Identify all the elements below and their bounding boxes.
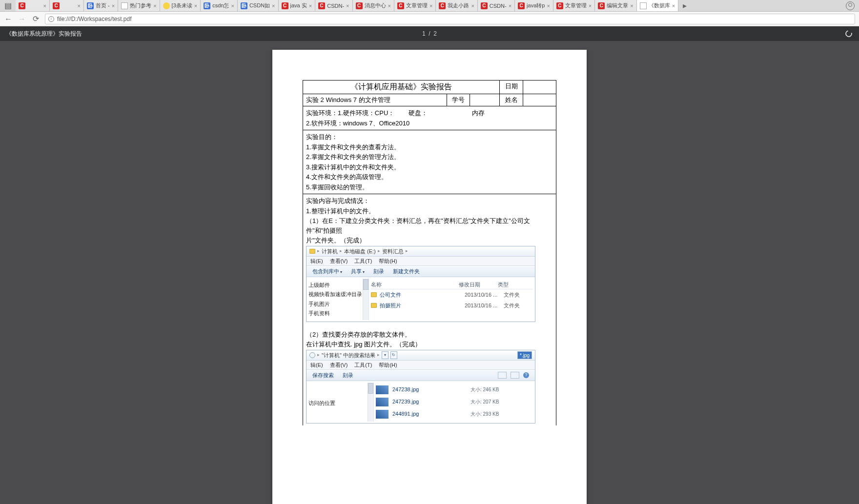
explorer-actions: 包含到库中 共享 刻录 新建文件夹 [307,266,535,277]
scrollbar [368,383,373,422]
pdf-page: 《计算机应用基础》实验报告 日期 实验 2 Windows 7 的文件管理 学号… [272,50,587,504]
browser-tab[interactable]: Cjava转p× [515,0,553,11]
tab-label: 文章管理 [565,2,587,9]
browser-tab[interactable]: [3条未读× [160,0,201,11]
tab-label: java转p [527,2,545,9]
close-tab-button[interactable]: × [272,3,275,9]
experiment-name: 实验 2 Windows 7 的文件管理 [303,94,447,106]
close-tab-button[interactable]: × [43,3,46,9]
close-tab-button[interactable]: × [471,3,474,9]
help-icon: ? [523,372,529,378]
close-tab-button[interactable]: × [112,3,115,9]
tab-label: 《数据库 [649,2,670,9]
folder-icon [371,303,377,308]
user-icon [846,1,855,10]
image-thumb-icon [376,398,389,406]
folder-icon [371,292,377,297]
close-tab-button[interactable]: × [388,3,391,9]
list-item: 247239.jpg大小: 207 KB [376,396,533,408]
close-tab-button[interactable]: × [589,3,592,9]
baidu-favicon-icon: 卧 [87,2,94,9]
close-tab-button[interactable]: × [346,3,349,9]
profile-avatar-button[interactable] [841,0,859,11]
search-results: 247238.jpg大小: 246 KB 247239.jpg大小: 207 K… [374,382,535,422]
pdf-page-indicator: 1 / 2 [422,30,437,37]
list-item: 244891.jpg大小: 293 KB [376,408,533,420]
browser-tab[interactable]: C我走小路× [436,0,477,11]
browser-tab[interactable]: 卧首页 -× [84,0,118,11]
tab-label: 我走小路 [448,2,469,9]
close-tab-button[interactable]: × [509,3,511,9]
report-header-table: 《计算机应用基础》实验报告 日期 实验 2 Windows 7 的文件管理 学号… [303,80,556,425]
tab-label: csdn怎 [212,2,229,9]
rotate-button[interactable] [844,29,853,38]
scrollbar [363,279,368,320]
browser-tab-strip: ▤ C×C×卧首页 -×热门参考×[3条未读×卧csdn怎×卧CSDN如×Cja… [0,0,859,12]
csdn-favicon-icon: C [518,2,525,9]
view-mode-button [498,372,507,379]
browser-tab[interactable]: C编辑文章× [595,0,636,11]
close-tab-button[interactable]: × [630,3,633,9]
browser-tab[interactable]: Cjava 实× [279,0,316,11]
image-thumb-icon [376,410,389,419]
explorer-file-list: 名称 修改日期 类型 公司文件2013/10/16 ...文件夹 拍摄照片201… [369,278,535,321]
explorer-menu: 辑(E) 查看(V) 工具(T) 帮助(H) [307,361,535,370]
close-tab-button[interactable]: × [231,3,234,9]
tab-label: java 实 [290,2,307,9]
site-info-icon[interactable]: i [48,16,54,22]
new-tab-button[interactable]: ▸ [678,0,691,11]
csdn-favicon-icon: C [481,2,488,9]
explorer-nav-pane: 上级邮件 视频快看加速缓冲目录 手机图片 手机资料 [307,278,369,321]
folder-icon [309,249,315,254]
goal-cell: 实验目的： 1.掌握文件和文件夹的查看方法。 2.掌握文件和文件夹的管理方法。 … [303,130,556,194]
close-tab-button[interactable]: × [547,3,550,9]
csdn-favicon-icon: C [19,2,25,9]
forward-button[interactable]: → [18,15,26,23]
browser-tab[interactable]: 热门参考× [118,0,160,11]
explorer-breadcrumb: ▸ "计算机" 中的搜索结果▸ ▾ ↻ *.jpg [307,351,535,361]
baidu-favicon-icon: 卧 [241,2,247,9]
tab-label: 消息中心 [365,2,386,9]
report-title: 《计算机应用基础》实验报告 [303,81,500,94]
browser-tab[interactable]: 卧CSDN如× [238,0,279,11]
address-bar[interactable]: i file:///D:/Workspaces/test.pdf [45,14,855,24]
list-item: 拍摄照片2013/10/16 ...文件夹 [371,301,533,311]
explorer-screenshot-1: ▸ 计算机▸ 本地磁盘 (E:)▸ 资料汇总▸ 辑(E) 查看(V) 工具(T)… [306,246,535,322]
csdn-favicon-icon: C [318,2,325,9]
close-tab-button[interactable]: × [430,3,432,9]
close-tab-button[interactable]: × [153,3,156,9]
content-cell: 实验内容与完成情况： 1.整理计算机中的文件。 （1）在E：下建立分类文件夹：资… [303,194,556,425]
address-url: file:///D:/Workspaces/test.pdf [57,16,132,22]
refresh-icon: ↻ [390,351,397,359]
browser-tab[interactable]: C消息中心× [353,0,394,11]
close-tab-button[interactable]: × [672,3,675,9]
browser-tab[interactable]: 卧csdn怎× [201,0,238,11]
browser-tab[interactable]: 《数据库× [637,0,678,11]
browser-tab[interactable]: CCSDN-× [315,0,352,11]
tab-label: [3条未读 [172,2,192,9]
browser-tab[interactable]: C× [50,0,84,11]
list-item: 公司文件2013/10/16 ...文件夹 [371,290,533,300]
browser-tab[interactable]: C文章管理× [394,0,436,11]
browser-tab[interactable]: CCSDN-× [478,0,515,11]
explorer-menu: 辑(E) 查看(V) 工具(T) 帮助(H) [307,257,535,266]
page-favicon-icon [121,2,128,9]
preview-pane-button [511,372,519,379]
close-tab-button[interactable]: × [194,3,197,9]
pdf-viewport[interactable]: 《计算机应用基础》实验报告 日期 实验 2 Windows 7 的文件管理 学号… [0,41,859,504]
reload-button[interactable]: ⟳ [31,15,40,23]
pdf-title: 《数据库系统原理》实验报告 [6,30,82,38]
browser-tab[interactable]: C文章管理× [553,0,595,11]
csdn-favicon-icon: C [356,2,363,9]
tab-label: CSDN如 [249,2,270,9]
csdn-favicon-icon: C [556,2,563,9]
close-tab-button[interactable]: × [309,3,312,9]
browser-tab[interactable]: C× [16,0,50,11]
tab-scrubber-icon: ▤ [0,0,16,11]
close-tab-button[interactable]: × [78,3,81,9]
name-label: 姓名 [499,94,523,106]
baidu-favicon-icon: 卧 [204,2,210,9]
back-button[interactable]: ← [4,15,13,23]
list-item: 247238.jpg大小: 246 KB [376,384,533,396]
csdn-favicon-icon: C [598,2,605,9]
